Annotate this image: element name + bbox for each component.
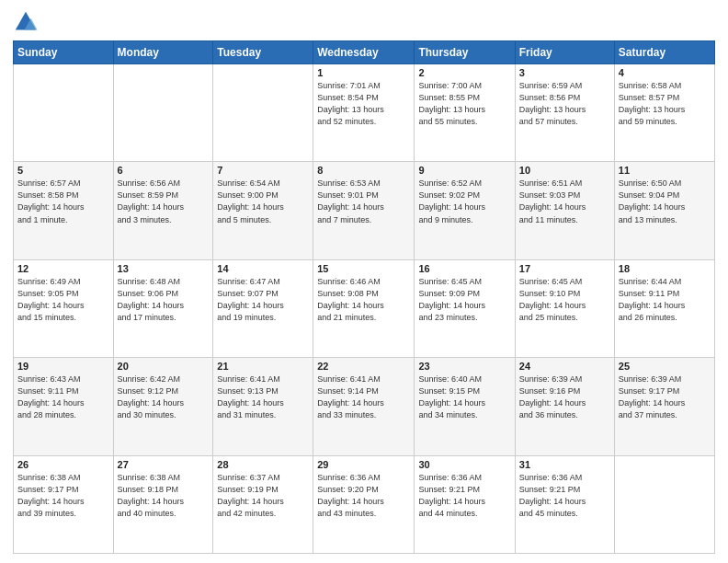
day-info: Sunrise: 6:49 AM Sunset: 9:05 PM Dayligh… — [17, 276, 109, 324]
day-number: 21 — [217, 361, 309, 372]
day-info: Sunrise: 6:48 AM Sunset: 9:06 PM Dayligh… — [118, 276, 210, 324]
day-number: 22 — [317, 361, 410, 372]
day-info: Sunrise: 6:53 AM Sunset: 9:01 PM Dayligh… — [317, 178, 410, 225]
header — [13, 9, 715, 35]
calendar-cell: 11Sunrise: 6:50 AM Sunset: 9:04 PM Dayli… — [614, 162, 714, 259]
day-number: 4 — [619, 67, 711, 78]
day-number: 16 — [418, 263, 510, 274]
day-info: Sunrise: 6:46 AM Sunset: 9:08 PM Dayligh… — [317, 276, 410, 324]
calendar-cell: 24Sunrise: 6:39 AM Sunset: 9:16 PM Dayli… — [515, 358, 614, 455]
day-number: 12 — [17, 263, 109, 274]
calendar-cell: 8Sunrise: 6:53 AM Sunset: 9:01 PM Daylig… — [313, 162, 415, 259]
calendar-cell: 31Sunrise: 6:36 AM Sunset: 9:21 PM Dayli… — [515, 455, 614, 553]
day-info: Sunrise: 6:50 AM Sunset: 9:04 PM Dayligh… — [619, 178, 711, 225]
page: SundayMondayTuesdayWednesdayThursdayFrid… — [0, 0, 728, 563]
calendar-cell: 6Sunrise: 6:56 AM Sunset: 8:59 PM Daylig… — [113, 162, 213, 259]
day-number: 10 — [519, 165, 610, 176]
day-info: Sunrise: 7:01 AM Sunset: 8:54 PM Dayligh… — [317, 80, 410, 128]
calendar-cell: 30Sunrise: 6:36 AM Sunset: 9:21 PM Dayli… — [415, 455, 515, 553]
calendar-cell: 26Sunrise: 6:38 AM Sunset: 9:17 PM Dayli… — [14, 455, 114, 553]
day-info: Sunrise: 6:42 AM Sunset: 9:12 PM Dayligh… — [118, 373, 210, 421]
calendar-cell: 22Sunrise: 6:41 AM Sunset: 9:14 PM Dayli… — [313, 358, 415, 455]
calendar-cell: 29Sunrise: 6:36 AM Sunset: 9:20 PM Dayli… — [313, 455, 415, 553]
calendar-cell: 27Sunrise: 6:38 AM Sunset: 9:18 PM Dayli… — [113, 455, 213, 553]
day-number: 13 — [118, 263, 210, 274]
day-info: Sunrise: 6:59 AM Sunset: 8:56 PM Dayligh… — [519, 80, 610, 128]
day-info: Sunrise: 6:56 AM Sunset: 8:59 PM Dayligh… — [118, 178, 210, 225]
calendar-cell: 18Sunrise: 6:44 AM Sunset: 9:11 PM Dayli… — [614, 259, 714, 357]
calendar-cell: 9Sunrise: 6:52 AM Sunset: 9:02 PM Daylig… — [415, 162, 515, 259]
day-number: 17 — [519, 263, 610, 274]
day-info: Sunrise: 6:52 AM Sunset: 9:02 PM Dayligh… — [418, 178, 510, 225]
calendar-cell: 13Sunrise: 6:48 AM Sunset: 9:06 PM Dayli… — [113, 259, 213, 357]
calendar-cell: 21Sunrise: 6:41 AM Sunset: 9:13 PM Dayli… — [213, 358, 313, 455]
day-info: Sunrise: 6:37 AM Sunset: 9:19 PM Dayligh… — [217, 472, 309, 520]
calendar-cell: 15Sunrise: 6:46 AM Sunset: 9:08 PM Dayli… — [313, 259, 415, 357]
calendar-header-thursday: Thursday — [415, 41, 515, 64]
day-info: Sunrise: 6:36 AM Sunset: 9:21 PM Dayligh… — [418, 472, 510, 520]
calendar-cell — [113, 64, 213, 162]
calendar-week-2: 5Sunrise: 6:57 AM Sunset: 8:58 PM Daylig… — [14, 162, 715, 259]
calendar-cell: 5Sunrise: 6:57 AM Sunset: 8:58 PM Daylig… — [14, 162, 114, 259]
calendar-cell: 2Sunrise: 7:00 AM Sunset: 8:55 PM Daylig… — [415, 64, 515, 162]
day-number: 20 — [118, 361, 210, 372]
calendar-cell — [14, 64, 114, 162]
calendar-cell: 19Sunrise: 6:43 AM Sunset: 9:11 PM Dayli… — [14, 358, 114, 455]
day-info: Sunrise: 6:43 AM Sunset: 9:11 PM Dayligh… — [17, 373, 109, 421]
day-info: Sunrise: 6:38 AM Sunset: 9:17 PM Dayligh… — [17, 472, 109, 520]
day-number: 28 — [217, 459, 309, 470]
day-info: Sunrise: 7:00 AM Sunset: 8:55 PM Dayligh… — [418, 80, 510, 128]
calendar-cell: 4Sunrise: 6:58 AM Sunset: 8:57 PM Daylig… — [614, 64, 714, 162]
day-number: 1 — [317, 67, 410, 78]
day-number: 30 — [418, 459, 510, 470]
calendar-cell: 3Sunrise: 6:59 AM Sunset: 8:56 PM Daylig… — [515, 64, 614, 162]
logo-icon — [13, 9, 39, 35]
day-info: Sunrise: 6:39 AM Sunset: 9:17 PM Dayligh… — [619, 373, 711, 421]
day-info: Sunrise: 6:36 AM Sunset: 9:21 PM Dayligh… — [519, 472, 610, 520]
calendar-header-tuesday: Tuesday — [213, 41, 313, 64]
day-number: 9 — [418, 165, 510, 176]
day-number: 15 — [317, 263, 410, 274]
day-number: 25 — [619, 361, 711, 372]
day-number: 11 — [619, 165, 711, 176]
calendar-week-4: 19Sunrise: 6:43 AM Sunset: 9:11 PM Dayli… — [14, 358, 715, 455]
day-info: Sunrise: 6:38 AM Sunset: 9:18 PM Dayligh… — [118, 472, 210, 520]
calendar-cell: 14Sunrise: 6:47 AM Sunset: 9:07 PM Dayli… — [213, 259, 313, 357]
calendar-header-row: SundayMondayTuesdayWednesdayThursdayFrid… — [14, 41, 715, 64]
calendar-cell: 25Sunrise: 6:39 AM Sunset: 9:17 PM Dayli… — [614, 358, 714, 455]
day-info: Sunrise: 6:44 AM Sunset: 9:11 PM Dayligh… — [619, 276, 711, 324]
day-number: 29 — [317, 459, 410, 470]
calendar-cell: 16Sunrise: 6:45 AM Sunset: 9:09 PM Dayli… — [415, 259, 515, 357]
calendar-cell: 10Sunrise: 6:51 AM Sunset: 9:03 PM Dayli… — [515, 162, 614, 259]
calendar-header-friday: Friday — [515, 41, 614, 64]
calendar-cell: 23Sunrise: 6:40 AM Sunset: 9:15 PM Dayli… — [415, 358, 515, 455]
calendar-cell: 28Sunrise: 6:37 AM Sunset: 9:19 PM Dayli… — [213, 455, 313, 553]
day-number: 18 — [619, 263, 711, 274]
day-number: 14 — [217, 263, 309, 274]
calendar-cell — [213, 64, 313, 162]
day-number: 2 — [418, 67, 510, 78]
day-number: 7 — [217, 165, 309, 176]
calendar-week-1: 1Sunrise: 7:01 AM Sunset: 8:54 PM Daylig… — [14, 64, 715, 162]
day-number: 6 — [118, 165, 210, 176]
calendar-header-monday: Monday — [113, 41, 213, 64]
day-number: 8 — [317, 165, 410, 176]
calendar-week-5: 26Sunrise: 6:38 AM Sunset: 9:17 PM Dayli… — [14, 455, 715, 553]
day-info: Sunrise: 6:54 AM Sunset: 9:00 PM Dayligh… — [217, 178, 309, 225]
day-info: Sunrise: 6:51 AM Sunset: 9:03 PM Dayligh… — [519, 178, 610, 225]
day-number: 5 — [17, 165, 109, 176]
calendar-cell: 7Sunrise: 6:54 AM Sunset: 9:00 PM Daylig… — [213, 162, 313, 259]
day-info: Sunrise: 6:45 AM Sunset: 9:09 PM Dayligh… — [418, 276, 510, 324]
day-info: Sunrise: 6:40 AM Sunset: 9:15 PM Dayligh… — [418, 373, 510, 421]
calendar-header-wednesday: Wednesday — [313, 41, 415, 64]
day-info: Sunrise: 6:58 AM Sunset: 8:57 PM Dayligh… — [619, 80, 711, 128]
day-number: 3 — [519, 67, 610, 78]
calendar-table: SundayMondayTuesdayWednesdayThursdayFrid… — [13, 40, 715, 554]
calendar-cell: 1Sunrise: 7:01 AM Sunset: 8:54 PM Daylig… — [313, 64, 415, 162]
day-number: 19 — [17, 361, 109, 372]
calendar-cell — [614, 455, 714, 553]
calendar-header-sunday: Sunday — [14, 41, 114, 64]
calendar-header-saturday: Saturday — [614, 41, 714, 64]
day-number: 27 — [118, 459, 210, 470]
day-info: Sunrise: 6:45 AM Sunset: 9:10 PM Dayligh… — [519, 276, 610, 324]
